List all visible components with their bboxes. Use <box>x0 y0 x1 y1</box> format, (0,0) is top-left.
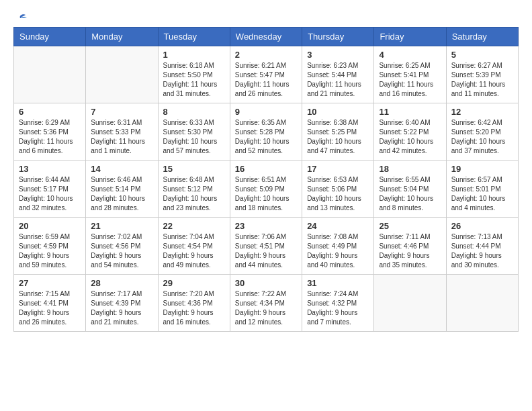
calendar-cell: 30Sunrise: 7:22 AM Sunset: 4:34 PM Dayli… <box>230 275 302 332</box>
cell-info: Sunrise: 6:31 AM Sunset: 5:33 PM Dayligh… <box>91 118 152 156</box>
calendar-cell: 20Sunrise: 6:59 AM Sunset: 4:59 PM Dayli… <box>14 218 86 275</box>
calendar-cell: 15Sunrise: 6:48 AM Sunset: 5:12 PM Dayli… <box>158 161 230 218</box>
calendar-cell: 27Sunrise: 7:15 AM Sunset: 4:41 PM Dayli… <box>14 275 86 332</box>
cell-info: Sunrise: 6:48 AM Sunset: 5:12 PM Dayligh… <box>163 175 225 213</box>
day-number: 9 <box>235 107 297 117</box>
calendar-cell: 6Sunrise: 6:29 AM Sunset: 5:36 PM Daylig… <box>14 103 86 161</box>
day-number: 10 <box>307 107 369 117</box>
calendar-week-row: 6Sunrise: 6:29 AM Sunset: 5:36 PM Daylig… <box>14 103 519 161</box>
day-number: 31 <box>307 278 369 288</box>
day-header-wednesday: Wednesday <box>230 28 302 46</box>
calendar-cell: 1Sunrise: 6:18 AM Sunset: 5:50 PM Daylig… <box>158 46 230 103</box>
day-header-friday: Friday <box>374 28 446 46</box>
cell-info: Sunrise: 6:55 AM Sunset: 5:04 PM Dayligh… <box>379 175 441 213</box>
day-number: 25 <box>379 221 441 231</box>
calendar-cell: 29Sunrise: 7:20 AM Sunset: 4:36 PM Dayli… <box>158 275 230 332</box>
calendar-cell: 9Sunrise: 6:35 AM Sunset: 5:28 PM Daylig… <box>230 103 302 161</box>
calendar-cell: 17Sunrise: 6:53 AM Sunset: 5:06 PM Dayli… <box>302 161 374 218</box>
day-number: 22 <box>163 221 225 231</box>
cell-info: Sunrise: 7:13 AM Sunset: 4:44 PM Dayligh… <box>451 232 513 270</box>
calendar-table: SundayMondayTuesdayWednesdayThursdayFrid… <box>13 27 519 332</box>
cell-info: Sunrise: 6:40 AM Sunset: 5:22 PM Dayligh… <box>379 118 441 156</box>
calendar-cell: 25Sunrise: 7:11 AM Sunset: 4:46 PM Dayli… <box>374 218 446 275</box>
day-number: 1 <box>163 50 225 60</box>
calendar-cell: 5Sunrise: 6:27 AM Sunset: 5:39 PM Daylig… <box>446 46 518 103</box>
day-number: 13 <box>19 164 81 174</box>
day-number: 24 <box>307 221 369 231</box>
day-number: 19 <box>451 164 513 174</box>
day-number: 3 <box>307 50 369 60</box>
calendar-cell: 4Sunrise: 6:25 AM Sunset: 5:41 PM Daylig… <box>374 46 446 103</box>
cell-info: Sunrise: 6:27 AM Sunset: 5:39 PM Dayligh… <box>451 61 513 99</box>
calendar-cell: 13Sunrise: 6:44 AM Sunset: 5:17 PM Dayli… <box>14 161 86 218</box>
day-number: 18 <box>379 164 441 174</box>
cell-info: Sunrise: 6:44 AM Sunset: 5:17 PM Dayligh… <box>19 175 81 213</box>
day-number: 8 <box>163 107 225 117</box>
day-number: 12 <box>451 107 513 117</box>
calendar-cell: 23Sunrise: 7:06 AM Sunset: 4:51 PM Dayli… <box>230 218 302 275</box>
day-number: 16 <box>235 164 297 174</box>
day-number: 6 <box>19 107 81 117</box>
calendar-cell: 18Sunrise: 6:55 AM Sunset: 5:04 PM Dayli… <box>374 161 446 218</box>
cell-info: Sunrise: 6:57 AM Sunset: 5:01 PM Dayligh… <box>451 175 513 213</box>
cell-info: Sunrise: 6:29 AM Sunset: 5:36 PM Dayligh… <box>19 118 81 156</box>
page-header <box>13 13 519 20</box>
cell-info: Sunrise: 7:15 AM Sunset: 4:41 PM Dayligh… <box>19 289 81 327</box>
cell-info: Sunrise: 7:17 AM Sunset: 4:39 PM Dayligh… <box>91 289 152 327</box>
day-number: 2 <box>235 50 297 60</box>
calendar-cell: 24Sunrise: 7:08 AM Sunset: 4:49 PM Dayli… <box>302 218 374 275</box>
calendar-cell: 3Sunrise: 6:23 AM Sunset: 5:44 PM Daylig… <box>302 46 374 103</box>
calendar-cell <box>374 275 446 332</box>
day-number: 26 <box>451 221 513 231</box>
day-number: 11 <box>379 107 441 117</box>
day-header-tuesday: Tuesday <box>158 28 230 46</box>
cell-info: Sunrise: 7:02 AM Sunset: 4:56 PM Dayligh… <box>91 232 152 270</box>
cell-info: Sunrise: 6:23 AM Sunset: 5:44 PM Dayligh… <box>307 61 369 99</box>
calendar-cell: 8Sunrise: 6:33 AM Sunset: 5:30 PM Daylig… <box>158 103 230 161</box>
day-number: 15 <box>163 164 225 174</box>
cell-info: Sunrise: 6:18 AM Sunset: 5:50 PM Dayligh… <box>163 61 225 99</box>
calendar-week-row: 1Sunrise: 6:18 AM Sunset: 5:50 PM Daylig… <box>14 46 519 103</box>
calendar-cell: 2Sunrise: 6:21 AM Sunset: 5:47 PM Daylig… <box>230 46 302 103</box>
calendar-cell: 26Sunrise: 7:13 AM Sunset: 4:44 PM Dayli… <box>446 218 518 275</box>
calendar-cell: 14Sunrise: 6:46 AM Sunset: 5:14 PM Dayli… <box>86 161 158 218</box>
calendar-cell: 22Sunrise: 7:04 AM Sunset: 4:54 PM Dayli… <box>158 218 230 275</box>
calendar-cell: 7Sunrise: 6:31 AM Sunset: 5:33 PM Daylig… <box>86 103 158 161</box>
day-number: 17 <box>307 164 369 174</box>
calendar-cell: 12Sunrise: 6:42 AM Sunset: 5:20 PM Dayli… <box>446 103 518 161</box>
calendar-cell: 10Sunrise: 6:38 AM Sunset: 5:25 PM Dayli… <box>302 103 374 161</box>
calendar-week-row: 27Sunrise: 7:15 AM Sunset: 4:41 PM Dayli… <box>14 275 519 332</box>
cell-info: Sunrise: 6:25 AM Sunset: 5:41 PM Dayligh… <box>379 61 441 99</box>
day-number: 29 <box>163 278 225 288</box>
calendar-cell: 31Sunrise: 7:24 AM Sunset: 4:32 PM Dayli… <box>302 275 374 332</box>
cell-info: Sunrise: 7:20 AM Sunset: 4:36 PM Dayligh… <box>163 289 225 327</box>
cell-info: Sunrise: 6:33 AM Sunset: 5:30 PM Dayligh… <box>163 118 225 156</box>
cell-info: Sunrise: 6:53 AM Sunset: 5:06 PM Dayligh… <box>307 175 369 213</box>
day-header-saturday: Saturday <box>446 28 518 46</box>
day-number: 28 <box>91 278 152 288</box>
cell-info: Sunrise: 6:21 AM Sunset: 5:47 PM Dayligh… <box>235 61 297 99</box>
cell-info: Sunrise: 7:04 AM Sunset: 4:54 PM Dayligh… <box>163 232 225 270</box>
calendar-cell: 19Sunrise: 6:57 AM Sunset: 5:01 PM Dayli… <box>446 161 518 218</box>
calendar-cell: 11Sunrise: 6:40 AM Sunset: 5:22 PM Dayli… <box>374 103 446 161</box>
day-number: 30 <box>235 278 297 288</box>
calendar-cell <box>14 46 86 103</box>
cell-info: Sunrise: 6:59 AM Sunset: 4:59 PM Dayligh… <box>19 232 81 270</box>
cell-info: Sunrise: 7:24 AM Sunset: 4:32 PM Dayligh… <box>307 289 369 327</box>
day-number: 5 <box>451 50 513 60</box>
day-header-thursday: Thursday <box>302 28 374 46</box>
day-header-monday: Monday <box>86 28 158 46</box>
calendar-header-row: SundayMondayTuesdayWednesdayThursdayFrid… <box>14 28 519 46</box>
cell-info: Sunrise: 7:11 AM Sunset: 4:46 PM Dayligh… <box>379 232 441 270</box>
calendar-cell: 21Sunrise: 7:02 AM Sunset: 4:56 PM Dayli… <box>86 218 158 275</box>
day-header-sunday: Sunday <box>14 28 86 46</box>
logo <box>13 13 27 20</box>
day-number: 21 <box>91 221 152 231</box>
day-number: 27 <box>19 278 81 288</box>
day-number: 14 <box>91 164 152 174</box>
calendar-cell: 16Sunrise: 6:51 AM Sunset: 5:09 PM Dayli… <box>230 161 302 218</box>
cell-info: Sunrise: 6:51 AM Sunset: 5:09 PM Dayligh… <box>235 175 297 213</box>
day-number: 23 <box>235 221 297 231</box>
cell-info: Sunrise: 7:22 AM Sunset: 4:34 PM Dayligh… <box>235 289 297 327</box>
calendar-cell <box>86 46 158 103</box>
